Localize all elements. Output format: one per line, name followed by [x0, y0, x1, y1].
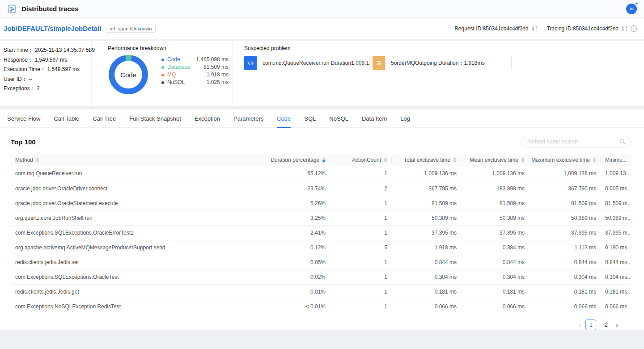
tab-call-table[interactable]: Call Table [54, 109, 79, 128]
method-cell: oracle.jdbc.driver.OracleDriver.connect [11, 181, 259, 196]
value-cell: 0.01% [259, 284, 330, 299]
tab-full-stack-snapshot[interactable]: Full Stack Snapshot [129, 109, 181, 128]
sort-icon[interactable] [384, 157, 387, 163]
value-cell: 1 [330, 166, 392, 181]
value-cell: 0.066 ms [529, 299, 601, 314]
column-header[interactable]: Mean exclusive time [461, 154, 529, 166]
tab-service-flow[interactable]: Service Flow [7, 109, 40, 128]
suspected-problem-item[interactable]: com.mq.QueueReceiver.run Duration1,009.1… [244, 56, 370, 70]
ai-assistant-button[interactable]: AI [626, 4, 637, 14]
suspected-problem-text: com.mq.QueueReceiver.run Duration1,009.1… [257, 56, 370, 70]
column-header[interactable]: Minimu... [601, 154, 631, 166]
copy-tracing-id-icon[interactable] [621, 25, 628, 32]
performance-donut-chart: Code [109, 55, 148, 94]
value-cell: 81.509 ms [392, 196, 461, 210]
page-title: Distributed traces [21, 5, 79, 13]
pagination-page[interactable]: 1 [585, 320, 596, 330]
table-row[interactable]: com.Exceptions.NoSQLException.RedisTest<… [11, 299, 631, 314]
summary-field-label: Start Time： [4, 47, 34, 53]
tab-log[interactable]: Log [400, 109, 410, 128]
value-cell: 1,009.13... [601, 166, 631, 181]
value-cell: 183.898 ms [461, 181, 529, 196]
value-cell: 0.844 ms [529, 255, 601, 269]
tab-nosql[interactable]: NoSQL [329, 109, 348, 128]
info-icon[interactable]: ⓘ [631, 25, 637, 32]
legend-item: MQ 1.918 ms [161, 71, 229, 79]
value-cell: < 0.01% [259, 299, 330, 314]
column-header[interactable]: Duration percentage [259, 154, 330, 166]
value-cell: 1 [330, 299, 392, 314]
value-cell: 0.384 ms [461, 240, 529, 255]
table-row[interactable]: com.mq.QueueReceiver.run65.12%11,009.136… [11, 166, 631, 181]
summary-field: Execution Time： 1,549.597 ms [4, 65, 87, 75]
value-cell: 5.26% [259, 196, 330, 210]
sort-icon[interactable] [521, 157, 525, 163]
table-row[interactable]: oracle.jdbc.driver.OracleDriver.connect2… [11, 181, 631, 196]
tab-exception[interactable]: Exception [195, 109, 220, 128]
value-cell: 0.066 ms [461, 299, 529, 314]
value-cell: 50.389 ms [461, 210, 529, 225]
detail-panel: Service FlowCall TableCall TreeFull Stac… [0, 109, 644, 330]
suspected-problem-title: Suspected problem [244, 45, 637, 51]
value-cell: 1,009.136 ms [461, 166, 529, 181]
table-row[interactable]: org.apache.activemq.ActiveMQMessageProdu… [11, 240, 631, 255]
tab-code[interactable]: Code [277, 109, 291, 128]
method-search-input[interactable] [527, 139, 619, 145]
pagination-page[interactable]: 2 [601, 320, 611, 330]
table-row[interactable]: com.Exceptions.SQLExceptions.OracleError… [11, 225, 631, 240]
search-icon[interactable] [619, 139, 626, 145]
table-row[interactable]: oracle.jdbc.driver.OracleStatement.execu… [11, 196, 631, 210]
legend-name: Database [167, 63, 195, 71]
value-cell: 1.918 ms [392, 240, 461, 255]
legend-item: Code 1,465.098 ms [161, 56, 229, 63]
ai-assistant-label: AI [630, 7, 634, 11]
sort-icon[interactable] [322, 157, 326, 163]
table-row[interactable]: org.quartz.core.JobRunShell.run3.25%150.… [11, 210, 631, 225]
summary-field: Exceptions： 2 [4, 84, 87, 94]
sort-icon[interactable] [453, 157, 457, 163]
legend-item: Database 81.509 ms [161, 63, 229, 71]
request-id: Request ID:850341cb4c4df2ed [454, 25, 528, 32]
value-cell: 1,009.136 ms [392, 166, 461, 181]
tab-parameters[interactable]: Parameters [233, 109, 263, 128]
column-header[interactable]: Total exclusive time [392, 154, 461, 166]
column-header-label: Mean exclusive time [470, 157, 518, 163]
suspected-problem-item[interactable]: 5orderMQOutgoing Duration：1.918ms [373, 56, 512, 70]
tab-data-item[interactable]: Data Item [362, 109, 387, 128]
sort-icon[interactable] [36, 157, 39, 163]
column-header[interactable]: Maximum exclusive time [529, 154, 601, 166]
sort-icon[interactable] [593, 157, 596, 163]
value-cell: 81.509 ms [529, 196, 601, 210]
summary-field-label: Execution Time： [4, 66, 46, 72]
column-header[interactable]: ActionCount [330, 154, 392, 166]
column-header-label: Duration percentage [271, 157, 319, 163]
value-cell: 50.389 m... [601, 210, 631, 225]
legend-name: MQ [167, 71, 195, 79]
value-cell: 0.12% [259, 240, 330, 255]
tab-sql[interactable]: SQL [304, 109, 316, 128]
table-row[interactable]: com.Exceptions.SQLExceptions.OracleTest0… [11, 269, 631, 284]
pagination-prev[interactable]: ‹ [579, 321, 581, 328]
method-cell: com.mq.QueueReceiver.run [11, 166, 259, 181]
value-cell: 37.395 ms [392, 225, 461, 240]
column-header[interactable]: Method [11, 154, 259, 166]
summary-field-value: 2 [37, 85, 40, 92]
trace-summary: Start Time： 2025-11-13 14:35:07 589 Resp… [0, 41, 92, 106]
value-cell: 1 [330, 284, 392, 299]
value-cell: 1,009.136 ms [529, 166, 601, 181]
value-cell: 0.304 ms... [601, 269, 631, 284]
legend-value: 81.509 ms [195, 63, 229, 71]
trace-title-link[interactable]: Job/DEFAULT/simpleJobDetail [4, 25, 101, 32]
trace-overview: Start Time： 2025-11-13 14:35:07 589 Resp… [0, 41, 644, 106]
method-search-box[interactable] [521, 136, 631, 147]
copy-request-id-icon[interactable] [531, 25, 538, 32]
value-cell: 1 [330, 255, 392, 269]
pagination-next[interactable]: › [616, 321, 618, 328]
summary-field-value: 1,549.597 ms [34, 57, 67, 63]
value-cell: 1 [330, 225, 392, 240]
table-row[interactable]: redis.clients.jedis.Jedis.get0.01%10.181… [11, 284, 631, 299]
value-cell: 81.509 m... [601, 196, 631, 210]
table-row[interactable]: redis.clients.jedis.Jedis.set0.05%10.844… [11, 255, 631, 269]
tab-call-tree[interactable]: Call Tree [93, 109, 116, 128]
summary-field: User ID： -- [4, 75, 87, 84]
